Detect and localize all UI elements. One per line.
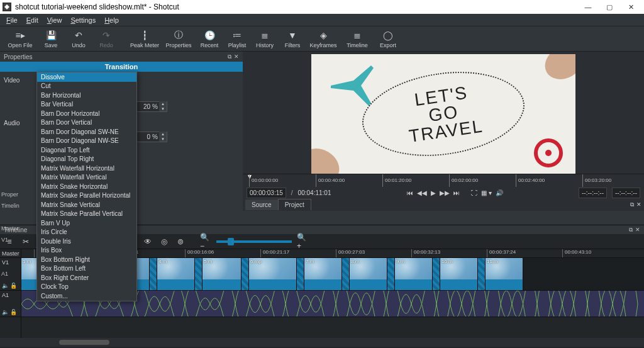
transition-option[interactable]: Clock Top (37, 283, 136, 292)
transition-clip[interactable] (342, 258, 350, 290)
transition-clip[interactable] (478, 258, 486, 290)
transition-option[interactable]: Matrix Snake Parallel Horizontal (37, 191, 136, 201)
transition-option[interactable]: Barn Door Vertical (37, 118, 136, 128)
transition-option[interactable]: Box Bottom Left (37, 264, 136, 274)
transition-option[interactable]: Double Iris (37, 237, 136, 246)
video-clip[interactable]: 11.m (486, 258, 523, 290)
transition-option[interactable]: Barn V Up (37, 218, 136, 228)
transition-option[interactable]: Iris Circle (37, 228, 136, 237)
current-timecode[interactable]: 00:00:03:15 (247, 188, 286, 198)
out-timecode[interactable]: --:--:--:-- (612, 188, 640, 198)
spin-down-icon[interactable]: ▼ (159, 106, 167, 111)
redo-button[interactable]: ↷Redo (93, 27, 119, 51)
filters-button[interactable]: ▼Filters (279, 27, 306, 51)
transition-option[interactable]: Box Bottom Right (37, 255, 136, 264)
rewind-icon[interactable]: ◀◀ (417, 189, 427, 196)
lock-icon[interactable]: 🔓 (10, 309, 17, 315)
spin-up-icon[interactable]: ▲ (159, 101, 167, 106)
panel-float-icon[interactable]: ⧉ (629, 227, 633, 233)
panel-float-icon[interactable]: ⧉ (228, 53, 231, 60)
transition-tab[interactable]: Transition (0, 62, 243, 72)
transition-option[interactable]: Matrix Waterfall Horizontal (37, 164, 136, 173)
transition-option[interactable]: Box Right Center (37, 273, 136, 283)
skip-start-icon[interactable]: ⏮ (407, 189, 413, 196)
save-button[interactable]: 💾Save (38, 27, 64, 51)
source-tab[interactable]: Source (245, 199, 278, 210)
export-button[interactable]: ◯Export (375, 27, 401, 51)
video-clip[interactable]: 5.m (203, 258, 242, 290)
transition-option[interactable]: Matrix Waterfall Vertical (37, 173, 136, 182)
peak-meter-button[interactable]: ┇Peak Meter (128, 27, 161, 51)
transition-option[interactable]: Diagonal Top Left (37, 145, 136, 155)
grid-icon[interactable]: ▦ ▾ (481, 189, 492, 196)
panel-close-icon[interactable]: ✕ (636, 201, 641, 208)
preview-ruler[interactable]: ▼ 00:00:00:0000:00:40:0000:01:20:0000:02… (243, 174, 644, 187)
properties-button[interactable]: ⓘProperties (162, 27, 195, 51)
transition-option[interactable]: Matrix Snake Vertical (37, 200, 136, 210)
track-head-a1[interactable]: A1 🔈🔓 (0, 291, 21, 317)
transition-type-dropdown[interactable]: DissolveCutBar HorizontalBar VerticalBar… (36, 72, 137, 301)
panel-close-icon[interactable]: ✕ (234, 53, 239, 60)
in-timecode[interactable]: --:--:--:-- (579, 188, 607, 198)
transition-option[interactable]: Iris Box (37, 246, 136, 255)
menu-help[interactable]: Help (101, 15, 123, 25)
window-minimize-button[interactable]: ― (577, 0, 599, 14)
transition-clip[interactable] (242, 258, 249, 290)
transition-option[interactable]: Barn Door Horizontal (37, 109, 136, 118)
undo-button[interactable]: ↶Undo (65, 27, 92, 51)
menu-view[interactable]: View (43, 15, 66, 25)
transition-option[interactable]: Barn Door Diagonal SW-NE (37, 127, 136, 137)
spin-up-icon[interactable]: ▲ (159, 132, 167, 137)
transition-clip[interactable] (150, 258, 157, 290)
transition-clip[interactable] (297, 258, 304, 290)
play-icon[interactable]: ▶ (431, 189, 436, 196)
playlist-button[interactable]: ≔Playlist (224, 27, 250, 51)
ripple-icon[interactable]: ◎ (158, 236, 170, 247)
menu-settings[interactable]: Settings (67, 15, 99, 25)
zoom-in-icon[interactable]: 🔍+ (297, 236, 308, 247)
menu-edit[interactable]: Edit (23, 15, 42, 25)
panel-float-icon[interactable]: ⧉ (630, 201, 634, 208)
window-maximize-button[interactable]: ▢ (599, 0, 620, 14)
transition-option[interactable]: Barn Door Diagonal NW-SE (37, 137, 136, 146)
timeline-scrollbar[interactable] (0, 338, 644, 347)
skip-end-icon[interactable]: ⏭ (453, 189, 460, 196)
zoom-slider[interactable] (216, 240, 292, 243)
transition-clip[interactable] (195, 258, 203, 290)
softness-spinner[interactable]: 20 % ▲▼ (133, 101, 167, 112)
recent-button[interactable]: 🕒Recent (196, 27, 223, 51)
scrub-icon[interactable]: 👁 (142, 236, 153, 247)
video-clip[interactable]: 9.m (395, 258, 433, 290)
ripple-all-icon[interactable]: ⊚ (175, 236, 186, 247)
transition-option[interactable]: Matrix Snake Horizontal (37, 182, 136, 191)
video-clip[interactable]: 7.m (304, 258, 342, 290)
zoom-fit-icon[interactable]: ⛶ (471, 189, 477, 196)
video-clip[interactable]: 10.m (440, 258, 478, 290)
timeline-button[interactable]: ≣Timeline (341, 27, 374, 51)
video-clip[interactable]: 8.m (350, 258, 387, 290)
transition-option[interactable]: Bar Horizontal (37, 91, 136, 100)
transition-option[interactable]: Diagonal Top Right (37, 155, 136, 164)
transition-option[interactable]: Custom... (37, 291, 136, 301)
db-spinner[interactable]: 0 % ▲▼ (133, 132, 167, 142)
transition-option[interactable]: Cut (37, 82, 136, 91)
menu-file[interactable]: File (3, 15, 21, 25)
history-button[interactable]: ≣History (252, 27, 278, 51)
open-file-button[interactable]: ≡▸Open File (4, 27, 36, 51)
forward-icon[interactable]: ▶▶ (440, 189, 450, 196)
transition-option[interactable]: Dissolve (37, 72, 136, 82)
transition-clip[interactable] (433, 258, 440, 290)
mute-icon[interactable]: 🔈 (2, 309, 9, 315)
video-clip[interactable]: 6.mp (249, 258, 297, 290)
transition-option[interactable]: Bar Vertical (37, 100, 136, 109)
transition-option[interactable]: Matrix Snake Parallel Vertical (37, 210, 136, 219)
transition-clip[interactable] (387, 258, 395, 290)
keyframes-button[interactable]: ◈Keyframes (307, 27, 340, 51)
spin-down-icon[interactable]: ▼ (159, 137, 167, 142)
window-close-button[interactable]: ✕ (620, 0, 641, 14)
zoom-out-icon[interactable]: 🔍− (200, 236, 211, 247)
panel-close-icon[interactable]: ✕ (635, 227, 640, 233)
project-tab[interactable]: Project (278, 199, 311, 210)
video-clip[interactable]: 4.m (157, 258, 195, 290)
volume-icon[interactable]: 🔊 (496, 189, 503, 196)
